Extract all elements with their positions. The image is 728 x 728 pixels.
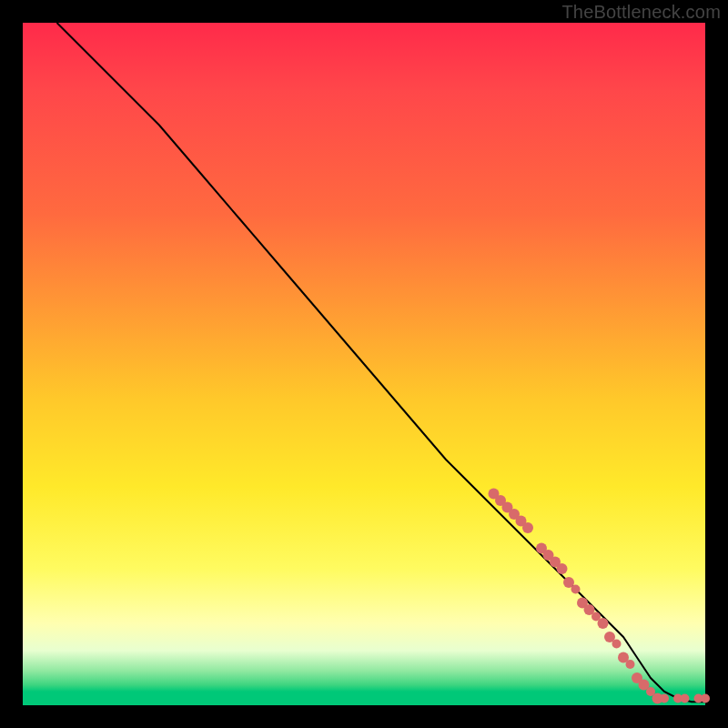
data-point: [571, 585, 581, 594]
watermark-text: TheBottleneck.com: [561, 2, 721, 23]
chart-svg: [23, 23, 705, 705]
curve-line: [57, 23, 706, 702]
data-point: [660, 694, 669, 703]
data-point: [557, 563, 568, 574]
data-point: [681, 694, 690, 703]
data-point: [522, 522, 533, 533]
data-point: [626, 660, 635, 669]
data-point: [701, 694, 710, 703]
data-point: [612, 640, 622, 649]
point-cluster: [489, 489, 711, 704]
data-point: [598, 618, 609, 629]
